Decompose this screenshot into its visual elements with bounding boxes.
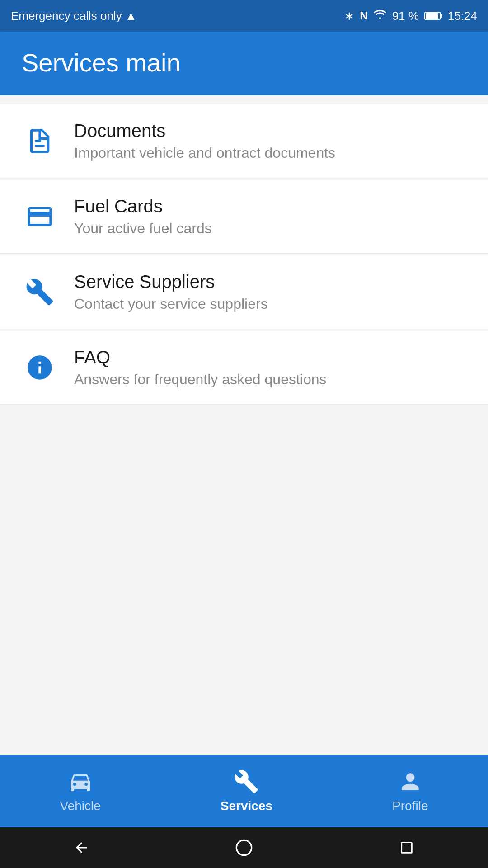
vehicle-nav-label: Vehicle xyxy=(60,799,101,813)
fuel-cards-text: Fuel Cards Your active fuel cards xyxy=(74,196,212,237)
profile-nav-label: Profile xyxy=(392,799,428,813)
menu-item-fuel-cards[interactable]: Fuel Cards Your active fuel cards xyxy=(0,180,488,254)
faq-title: FAQ xyxy=(74,347,327,368)
bluetooth-icon: ∗ xyxy=(344,9,354,23)
wifi-icon xyxy=(373,9,387,23)
info-icon xyxy=(22,349,58,386)
service-suppliers-text: Service Suppliers Contact your service s… xyxy=(74,272,268,312)
nav-item-profile[interactable]: Profile xyxy=(374,764,446,818)
home-button[interactable] xyxy=(230,834,258,861)
nfc-icon: N xyxy=(360,9,367,22)
services-nav-label: Services xyxy=(221,799,272,813)
profile-nav-icon xyxy=(398,769,423,794)
service-suppliers-title: Service Suppliers xyxy=(74,272,268,292)
page-header: Services main xyxy=(0,32,488,95)
recents-button[interactable] xyxy=(393,834,420,861)
status-text: Emergency calls only ▲ xyxy=(11,9,137,23)
svg-point-3 xyxy=(236,840,251,855)
status-bar-right: ∗ N 91 % 15:24 xyxy=(344,9,477,23)
documents-text: Documents Important vehicle and ontract … xyxy=(74,121,335,161)
time-display: 15:24 xyxy=(448,9,477,23)
fuel-cards-title: Fuel Cards xyxy=(74,196,212,217)
battery-text: 91 % xyxy=(392,9,419,23)
battery-icon xyxy=(424,11,442,21)
nav-item-services[interactable]: Services xyxy=(202,764,291,818)
menu-item-service-suppliers[interactable]: Service Suppliers Contact your service s… xyxy=(0,255,488,329)
documents-title: Documents xyxy=(74,121,335,141)
svg-rect-4 xyxy=(402,843,412,853)
nav-item-vehicle[interactable]: Vehicle xyxy=(42,764,119,818)
svg-rect-1 xyxy=(440,14,442,18)
android-nav-bar xyxy=(0,827,488,868)
status-bar-left: Emergency calls only ▲ xyxy=(11,9,137,23)
menu-item-faq[interactable]: FAQ Answers for frequently asked questio… xyxy=(0,331,488,405)
bottom-navigation: Vehicle Services Profile xyxy=(0,755,488,827)
card-icon xyxy=(22,198,58,235)
vehicle-nav-icon xyxy=(68,769,93,794)
service-suppliers-subtitle: Contact your service suppliers xyxy=(74,296,268,312)
wrench-icon xyxy=(22,274,58,310)
documents-subtitle: Important vehicle and ontract documents xyxy=(74,145,335,161)
svg-rect-2 xyxy=(426,13,438,19)
services-nav-icon xyxy=(234,769,259,794)
faq-subtitle: Answers for frequently asked questions xyxy=(74,371,327,388)
status-bar: Emergency calls only ▲ ∗ N 91 % 15:24 xyxy=(0,0,488,32)
back-button[interactable] xyxy=(68,834,95,861)
fuel-cards-subtitle: Your active fuel cards xyxy=(74,220,212,237)
faq-text: FAQ Answers for frequently asked questio… xyxy=(74,347,327,388)
page-title: Services main xyxy=(22,48,466,77)
menu-item-documents[interactable]: Documents Important vehicle and ontract … xyxy=(0,104,488,178)
document-icon xyxy=(22,123,58,159)
main-content: Documents Important vehicle and ontract … xyxy=(0,95,488,755)
